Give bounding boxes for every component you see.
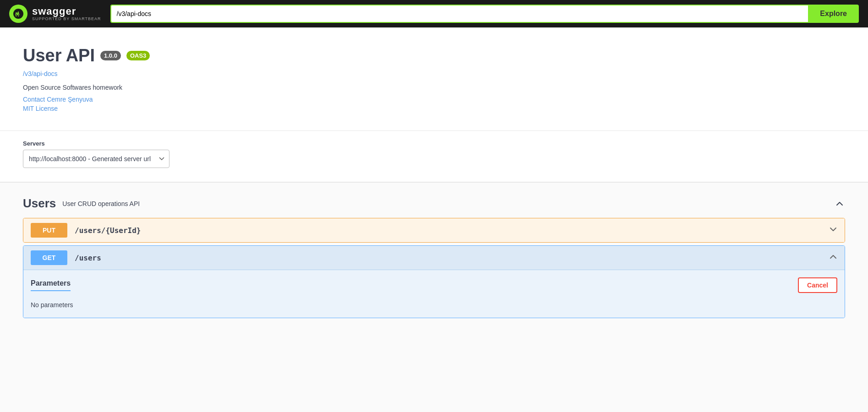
main-content: User API 1.0.0 OAS3 /v3/api-docs Open So… xyxy=(0,27,868,318)
parameters-title: Parameters xyxy=(31,279,71,291)
swagger-icon: {/} xyxy=(9,5,27,23)
license-link[interactable]: MIT License xyxy=(23,105,845,112)
get-endpoint-path: /users xyxy=(75,254,829,262)
api-description: Open Source Softwares homework xyxy=(23,84,845,91)
servers-label: Servers xyxy=(23,140,845,147)
cancel-button[interactable]: Cancel xyxy=(798,277,837,293)
swagger-title: swagger xyxy=(32,6,101,16)
section-header: Users User CRUD operations API xyxy=(23,196,845,211)
version-badge: 1.0.0 xyxy=(100,51,121,60)
svg-text:{/}: {/} xyxy=(15,12,20,16)
get-chevron-icon xyxy=(829,253,837,263)
section-description: User CRUD operations API xyxy=(62,200,140,207)
swagger-brand: swagger Supported by SMARTBEAR xyxy=(32,6,101,21)
put-chevron-icon xyxy=(829,225,837,236)
api-title: User API xyxy=(23,46,95,65)
users-section: Users User CRUD operations API PUT /user… xyxy=(0,183,868,318)
search-bar: Explore xyxy=(110,5,859,23)
get-endpoint: GET /users Parameters Cancel No paramete… xyxy=(23,245,845,318)
get-endpoint-header[interactable]: GET /users xyxy=(23,246,845,270)
api-url-link[interactable]: /v3/api-docs xyxy=(23,70,845,77)
get-method-badge: GET xyxy=(31,250,67,265)
explore-button[interactable]: Explore xyxy=(808,5,859,23)
servers-select[interactable]: http://localhost:8000 - Generated server… xyxy=(23,150,169,168)
swagger-subtitle: Supported by SMARTBEAR xyxy=(32,16,101,21)
search-input[interactable] xyxy=(110,5,808,23)
parameters-header: Parameters Cancel xyxy=(31,277,837,293)
put-method-badge: PUT xyxy=(31,223,67,238)
put-endpoint: PUT /users/{UserId} xyxy=(23,218,845,243)
navbar: {/} swagger Supported by SMARTBEAR Explo… xyxy=(0,0,868,27)
api-title-row: User API 1.0.0 OAS3 xyxy=(23,46,845,65)
put-endpoint-path: /users/{UserId} xyxy=(75,226,829,235)
oas3-badge: OAS3 xyxy=(126,51,150,60)
contact-link[interactable]: Contact Cemre Şenyuva xyxy=(23,96,845,103)
section-title: Users xyxy=(23,196,56,211)
get-endpoint-body: Parameters Cancel No parameters xyxy=(23,270,845,318)
no-parameters-text: No parameters xyxy=(31,297,837,310)
section-title-row: Users User CRUD operations API xyxy=(23,196,140,211)
api-info-section: User API 1.0.0 OAS3 /v3/api-docs Open So… xyxy=(0,27,868,131)
collapse-users-button[interactable] xyxy=(834,198,845,209)
servers-section: Servers http://localhost:8000 - Generate… xyxy=(0,131,868,183)
logo: {/} swagger Supported by SMARTBEAR xyxy=(9,5,101,23)
put-endpoint-header[interactable]: PUT /users/{UserId} xyxy=(23,218,845,242)
